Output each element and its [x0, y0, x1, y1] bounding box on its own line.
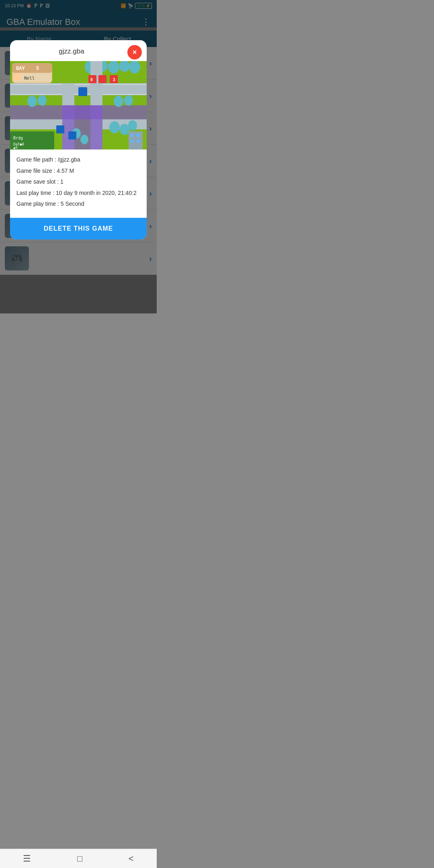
close-icon: ×	[133, 48, 137, 57]
svg-rect-7	[10, 84, 147, 85]
close-button[interactable]: ×	[127, 45, 142, 59]
svg-rect-46	[68, 131, 76, 139]
svg-rect-15	[10, 119, 62, 129]
svg-text:DAY: DAY	[16, 66, 25, 71]
svg-point-18	[38, 95, 47, 106]
svg-point-22	[120, 124, 129, 135]
game-detail-modal: gjzz.gba ×	[10, 40, 147, 240]
svg-rect-29	[131, 139, 134, 143]
svg-rect-45	[56, 125, 64, 133]
svg-point-5	[129, 61, 140, 74]
game-scene-svg: DAY 5 Nell 9 3 Brdg	[10, 61, 147, 149]
svg-point-37	[13, 73, 21, 81]
svg-text:Brdg: Brdg	[13, 136, 23, 140]
svg-text:▲6: ▲6	[13, 145, 18, 149]
svg-text:9: 9	[90, 78, 93, 82]
game-screenshot: DAY 5 Nell 9 3 Brdg	[10, 61, 147, 149]
svg-rect-41	[98, 75, 106, 83]
play-time-row: Game play time : 5 Second	[16, 200, 140, 208]
svg-text:Nell: Nell	[24, 76, 35, 81]
svg-point-3	[108, 61, 119, 74]
svg-text:3: 3	[113, 78, 115, 82]
svg-point-19	[114, 96, 123, 107]
svg-rect-27	[131, 133, 134, 137]
svg-point-20	[124, 95, 133, 106]
file-size-row: Game file size : 4.57 M	[16, 167, 140, 175]
svg-rect-30	[137, 139, 140, 143]
modal-header: gjzz.gba ×	[10, 40, 147, 61]
modal-overlay[interactable]: gjzz.gba ×	[0, 0, 157, 313]
game-info-section: Game file path : /gjzz.gba Game file siz…	[10, 149, 147, 218]
svg-point-17	[27, 96, 37, 107]
delete-game-button[interactable]: DELETE THIS GAME	[10, 218, 147, 240]
svg-point-21	[109, 121, 120, 133]
save-slot-row: Game save slot : 1	[16, 178, 140, 186]
modal-title: gjzz.gba	[59, 47, 84, 55]
last-play-time-row: Last play time : 10 day 9 month in 2020,…	[16, 189, 140, 197]
file-path-row: Game file path : /gjzz.gba	[16, 156, 140, 164]
svg-point-25	[80, 135, 88, 144]
svg-rect-28	[137, 133, 140, 137]
svg-rect-44	[78, 87, 87, 96]
svg-point-23	[128, 120, 137, 131]
svg-text:5: 5	[36, 66, 39, 71]
